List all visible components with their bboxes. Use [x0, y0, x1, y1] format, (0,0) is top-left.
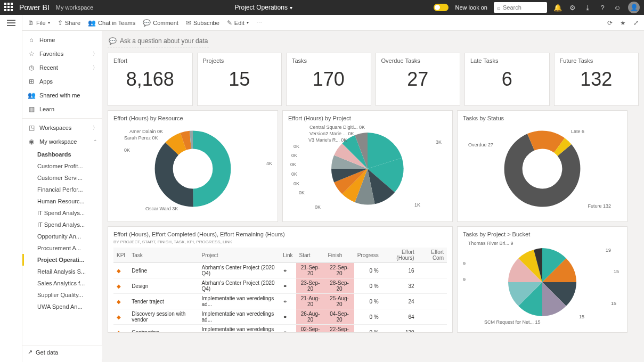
nav-learn[interactable]: ▥Learn — [22, 102, 102, 116]
settings-icon[interactable]: ⚙ — [568, 4, 577, 12]
effort-by-resource-tile[interactable]: Effort (Hours) by Resource Amer Dalain 0… — [108, 110, 278, 222]
sidebar-report-12[interactable]: UWA Spend An... — [22, 301, 102, 312]
comment-button[interactable]: 💬Comment — [143, 19, 178, 27]
table-header[interactable]: KPI — [113, 248, 128, 263]
kpi-value: 132 — [560, 68, 633, 90]
table-row[interactable]: ◆DefineAbrham's Center Project (2020 Q4)… — [113, 263, 447, 278]
kpi-diamond-icon: ◆ — [117, 314, 121, 320]
tile-title: Tasks by Status — [463, 115, 622, 121]
sidebar-report-2[interactable]: Financial Perfor... — [22, 184, 102, 195]
tile-title: Effort (Hours) by Project — [288, 115, 447, 121]
table-header[interactable]: Start — [296, 248, 325, 263]
effort-table-tile[interactable]: Effort (Hours), Effort Completed (Hours)… — [108, 226, 453, 333]
kpi-label: Effort — [113, 57, 187, 64]
kpi-label: Late Tasks — [470, 57, 544, 64]
get-data-button[interactable]: ↗Get data — [22, 345, 102, 359]
kpi-tile-overdue-tasks[interactable]: Overdue Tasks27 — [376, 53, 461, 106]
chevron-right-icon: 〉 — [93, 125, 97, 131]
chevron-right-icon: 〉 — [93, 51, 97, 57]
kpi-tile-future-tasks[interactable]: Future Tasks132 — [554, 53, 639, 106]
sidebar-report-11[interactable]: Supplier Quality... — [22, 289, 102, 301]
share-button[interactable]: ⇪Share — [58, 19, 80, 27]
nav-home[interactable]: ⌂Home — [22, 33, 102, 47]
home-icon: ⌂ — [28, 36, 35, 44]
tasks-by-status-tile[interactable]: Tasks by Status Late 6 Overdue 27 Future… — [457, 110, 627, 222]
sidebar-report-1[interactable]: Customer Servi... — [22, 172, 102, 184]
workspace-label[interactable]: My workspace — [56, 4, 93, 11]
edit-button[interactable]: ✎Edit▾ — [227, 19, 249, 27]
nav-recent[interactable]: ◷Recent〉 — [22, 61, 102, 75]
subscribe-button[interactable]: ✉Subscribe — [186, 19, 219, 27]
notifications-icon[interactable]: 🔔 — [553, 4, 562, 12]
table-row[interactable]: ◆ContractingImplementatie van veredeling… — [113, 325, 447, 333]
kpi-tile-tasks[interactable]: Tasks170 — [286, 53, 371, 106]
table-header[interactable]: Effort Com — [418, 248, 447, 263]
new-look-toggle[interactable] — [434, 4, 449, 11]
brand-label: Power BI — [19, 3, 50, 12]
kpi-diamond-icon: ◆ — [117, 283, 121, 289]
nav-favorites[interactable]: ☆Favorites〉 — [22, 47, 102, 61]
effort-by-project-tile[interactable]: Effort (Hours) by Project — [282, 110, 453, 222]
download-icon[interactable]: ⭳ — [583, 4, 592, 12]
tile-subtitle: BY PROJECT, START, FINISH, TASK, KPI, PR… — [113, 240, 447, 244]
table-header[interactable]: Effort (Hours) — [382, 248, 418, 263]
teams-icon: 👥 — [88, 19, 96, 27]
chat-icon: 💬 — [109, 37, 117, 45]
table-header[interactable]: Finish — [325, 248, 354, 263]
table-header[interactable]: Task — [128, 248, 198, 263]
kpi-value: 27 — [381, 68, 455, 90]
tasks-by-bucket-tile[interactable]: Tasks by Project > Bucket — [457, 226, 627, 333]
star-icon: ☆ — [28, 50, 35, 57]
chevron-down-icon: ▾ — [290, 5, 292, 11]
more-button[interactable]: ⋯ — [256, 19, 262, 26]
sidebar-report-4[interactable]: IT Spend Analys... — [22, 207, 102, 219]
app-launcher-icon[interactable] — [4, 3, 14, 12]
table-header[interactable]: Progress — [354, 248, 382, 263]
kpi-tile-effort[interactable]: Effort8,168 — [108, 53, 193, 106]
table-header[interactable]: Project — [199, 248, 280, 263]
menu-icon[interactable] — [7, 22, 15, 23]
user-avatar[interactable]: 👤 — [628, 2, 640, 13]
workspace-icon: ◉ — [28, 138, 35, 145]
sidebar-report-8[interactable]: Project Operati... — [22, 254, 102, 266]
search-icon: ⌕ — [497, 4, 501, 11]
fullscreen-icon[interactable]: ⤢ — [633, 19, 639, 27]
file-menu[interactable]: 🗎File▾ — [28, 19, 50, 27]
kpi-tile-late-tasks[interactable]: Late Tasks6 — [464, 53, 550, 106]
kpi-tile-projects[interactable]: Projects15 — [197, 53, 282, 106]
nav-sidebar: ⌂Home ☆Favorites〉 ◷Recent〉 ⊞Apps 👥Shared… — [22, 31, 102, 362]
dashboard-canvas: 💬Ask a question about your data Effort8,… — [102, 31, 644, 362]
kpi-label: Overdue Tasks — [381, 57, 455, 64]
favorite-icon[interactable]: ★ — [620, 19, 626, 27]
nav-dashboards-heading[interactable]: Dashboards — [22, 149, 102, 160]
page-title-dropdown[interactable]: Project Operations▾ — [93, 4, 434, 11]
new-look-label: New look on — [455, 4, 487, 11]
sidebar-report-7[interactable]: Procurement A... — [22, 242, 102, 254]
nav-shared[interactable]: 👥Shared with me — [22, 88, 102, 102]
sidebar-report-9[interactable]: Retail Analysis S... — [22, 266, 102, 277]
kpi-value: 6 — [470, 68, 544, 90]
nav-my-workspace[interactable]: ◉My workspace⌃ — [22, 135, 102, 149]
qa-input[interactable]: 💬Ask a question about your data — [108, 35, 209, 47]
table-row[interactable]: ◆Discovery session with vendorImplementa… — [113, 309, 447, 325]
sidebar-report-5[interactable]: IT Spend Analys... — [22, 219, 102, 231]
sidebar-report-10[interactable]: Sales Analytics f... — [22, 277, 102, 289]
table-header[interactable]: Link — [280, 248, 296, 263]
sidebar-report-6[interactable]: Opportunity An... — [22, 231, 102, 242]
getdata-icon: ↗ — [28, 349, 32, 356]
feedback-icon[interactable]: ☺ — [613, 4, 622, 12]
table-row[interactable]: ◆DesignAbrham's Center Project (2020 Q4)… — [113, 278, 447, 294]
sidebar-report-0[interactable]: Customer Profit... — [22, 160, 102, 172]
sidebar-report-3[interactable]: Human Resourc... — [22, 195, 102, 207]
table-row[interactable]: ◆Tender trajectImplementatie van veredel… — [113, 294, 447, 309]
refresh-icon[interactable]: ⟳ — [607, 19, 613, 27]
app-header: Power BI My workspace Project Operations… — [0, 0, 644, 15]
tile-title: Effort (Hours) by Resource — [113, 115, 272, 121]
chat-teams-button[interactable]: 👥Chat in Teams — [88, 19, 135, 27]
search-input[interactable]: ⌕ — [494, 2, 547, 13]
nav-workspaces[interactable]: ◳Workspaces〉 — [22, 121, 102, 135]
kpi-label: Tasks — [292, 57, 365, 64]
chevron-right-icon: 〉 — [93, 64, 97, 71]
nav-apps[interactable]: ⊞Apps — [22, 75, 102, 88]
help-icon[interactable]: ? — [598, 4, 607, 12]
